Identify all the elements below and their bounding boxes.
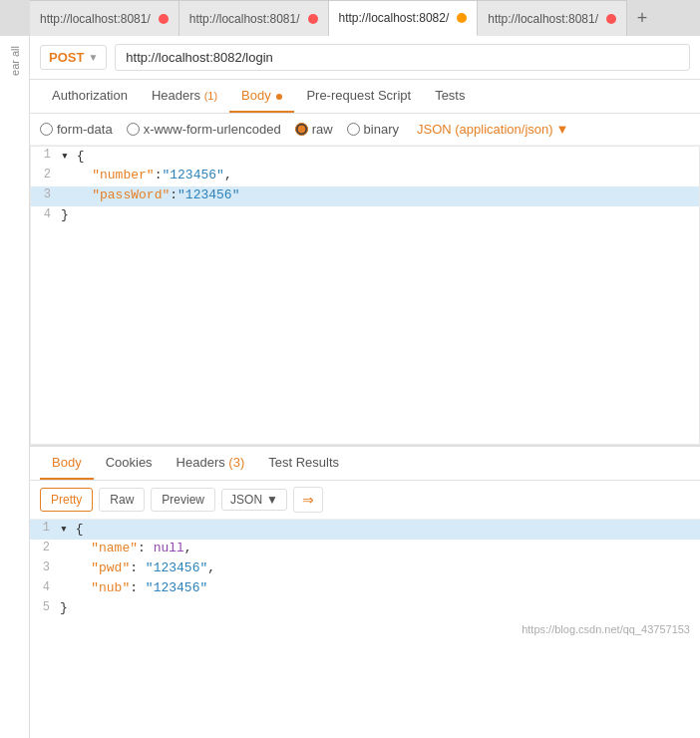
response-body-code: 1 ▾ { 2 "name": null, 3 "pwd": "123456",… xyxy=(30,520,700,619)
tab-3-dot xyxy=(457,13,467,23)
body-dot xyxy=(276,94,282,100)
resp-linecontent-3: "pwd": "123456", xyxy=(60,560,700,575)
resp-linecontent-2: "name": null, xyxy=(60,541,700,555)
option-urlencoded[interactable]: x-www-form-urlencoded xyxy=(127,122,281,137)
resp-json-label: JSON xyxy=(230,493,262,507)
tab-authorization[interactable]: Authorization xyxy=(40,80,140,113)
sidebar-text[interactable]: ear all xyxy=(9,46,21,76)
tab-1-dot xyxy=(159,14,169,24)
method-label: POST xyxy=(49,50,84,65)
req-line-1: 1 ▾ { xyxy=(31,147,699,167)
resp-linenum-3: 3 xyxy=(30,560,60,574)
tab-2-dot xyxy=(308,14,318,24)
req-line-4: 4 } xyxy=(31,206,699,226)
resp-linenum-1: 1 xyxy=(30,521,60,535)
radio-binary[interactable] xyxy=(347,123,360,136)
req-linenum-2: 2 xyxy=(31,168,61,182)
resp-linecontent-1: ▾ { xyxy=(60,521,700,537)
tab-prerequest[interactable]: Pre-request Script xyxy=(294,80,423,113)
tab-1-label: http://localhost:8081/ xyxy=(40,12,151,26)
browser-tab-1[interactable]: http://localhost:8081/ xyxy=(30,0,179,36)
resp-linecontent-4: "nub": "123456" xyxy=(60,580,700,595)
preview-button[interactable]: Preview xyxy=(151,488,215,512)
browser-tabs-bar: http://localhost:8081/ http://localhost:… xyxy=(0,0,700,36)
tab-prerequest-label: Pre-request Script xyxy=(306,88,411,103)
url-input[interactable] xyxy=(115,44,690,71)
resp-body-label: Body xyxy=(52,455,82,470)
browser-tab-2[interactable]: http://localhost:8081/ xyxy=(179,0,329,36)
watermark: https://blog.csdn.net/qq_43757153 xyxy=(30,619,700,639)
response-tabs: Body Cookies Headers (3) Test Results xyxy=(30,447,700,481)
req-linenum-1: 1 xyxy=(31,148,61,162)
json-type-select[interactable]: JSON (application/json) ▼ xyxy=(417,122,568,137)
resp-line-1: 1 ▾ { xyxy=(30,520,700,540)
tab-authorization-label: Authorization xyxy=(52,88,128,103)
pretty-button[interactable]: Pretty xyxy=(40,488,93,512)
urlencoded-label: x-www-form-urlencoded xyxy=(144,122,281,137)
headers-badge: (1) xyxy=(204,90,217,102)
radio-form-data[interactable] xyxy=(40,123,53,136)
body-options: form-data x-www-form-urlencoded raw bina… xyxy=(30,114,700,146)
req-linecontent-4: } xyxy=(61,207,699,222)
browser-tab-4[interactable]: http://localhost:8081/ xyxy=(478,0,627,36)
tab-tests-label: Tests xyxy=(435,88,465,103)
content-area: POST ▼ Authorization Headers (1) Body Pr… xyxy=(30,36,700,738)
resp-headers-label: Headers xyxy=(176,455,229,470)
resp-cookies-label: Cookies xyxy=(106,455,153,470)
resp-line-3: 3 "pwd": "123456", xyxy=(30,559,700,579)
method-select[interactable]: POST ▼ xyxy=(40,45,107,70)
form-data-label: form-data xyxy=(57,122,113,137)
tab-4-label: http://localhost:8081/ xyxy=(488,12,598,26)
resp-testresults-label: Test Results xyxy=(268,455,339,470)
req-line-2: 2 "number":"123456", xyxy=(31,167,699,186)
resp-json-chevron-icon: ▼ xyxy=(266,493,278,507)
resp-linenum-5: 5 xyxy=(30,600,60,614)
wrap-icon: ⇒ xyxy=(302,492,314,508)
request-body-editor[interactable]: 1 ▾ { 2 "number":"123456", 3 "passWord":… xyxy=(30,146,700,445)
json-type-label: JSON (application/json) xyxy=(417,122,553,137)
add-tab-button[interactable]: + xyxy=(627,3,657,33)
sidebar: ear all xyxy=(0,36,30,738)
json-type-chevron-icon: ▼ xyxy=(556,122,569,137)
watermark-text: https://blog.csdn.net/qq_43757153 xyxy=(522,623,690,635)
resp-tab-headers[interactable]: Headers (3) xyxy=(165,447,257,480)
tab-4-dot xyxy=(606,14,616,24)
resp-tab-testresults[interactable]: Test Results xyxy=(256,447,351,480)
tab-headers[interactable]: Headers (1) xyxy=(140,80,229,113)
browser-tab-3[interactable]: http://localhost:8082/ xyxy=(329,0,479,36)
tab-body[interactable]: Body xyxy=(229,80,294,113)
resp-linenum-4: 4 xyxy=(30,580,60,594)
resp-line-4: 4 "nub": "123456" xyxy=(30,579,700,599)
tab-tests[interactable]: Tests xyxy=(423,80,477,113)
req-linenum-4: 4 xyxy=(31,207,61,221)
response-section: Body Cookies Headers (3) Test Results Pr… xyxy=(30,445,700,639)
resp-tab-cookies[interactable]: Cookies xyxy=(94,447,165,480)
req-linecontent-2: "number":"123456", xyxy=(61,168,699,183)
resp-linecontent-5: } xyxy=(60,600,700,615)
resp-linenum-2: 2 xyxy=(30,541,60,554)
response-toolbar: Pretty Raw Preview JSON ▼ ⇒ xyxy=(30,481,700,520)
radio-raw[interactable] xyxy=(295,123,308,136)
option-binary[interactable]: binary xyxy=(347,122,399,137)
tab-body-label: Body xyxy=(241,88,271,103)
option-raw[interactable]: raw xyxy=(295,122,333,137)
resp-headers-badge: (3) xyxy=(228,455,244,470)
request-tabs: Authorization Headers (1) Body Pre-reque… xyxy=(30,80,700,114)
tab-2-label: http://localhost:8081/ xyxy=(189,12,300,26)
req-linecontent-3: "passWord":"123456" xyxy=(61,187,699,202)
radio-urlencoded[interactable] xyxy=(127,123,140,136)
wrap-button[interactable]: ⇒ xyxy=(293,487,323,513)
option-form-data[interactable]: form-data xyxy=(40,122,113,137)
req-line-3: 3 "passWord":"123456" xyxy=(31,186,699,206)
raw-button[interactable]: Raw xyxy=(99,488,145,512)
req-linenum-3: 3 xyxy=(31,187,61,201)
tab-headers-label: Headers xyxy=(152,88,200,103)
resp-tab-body[interactable]: Body xyxy=(40,447,94,480)
req-linecontent-1: ▾ { xyxy=(61,148,699,164)
method-chevron-icon: ▼ xyxy=(88,52,98,63)
resp-json-select[interactable]: JSON ▼ xyxy=(221,489,287,511)
resp-line-2: 2 "name": null, xyxy=(30,540,700,559)
url-bar: POST ▼ xyxy=(30,36,700,80)
tab-3-label: http://localhost:8082/ xyxy=(339,11,450,25)
raw-label: raw xyxy=(312,122,333,137)
